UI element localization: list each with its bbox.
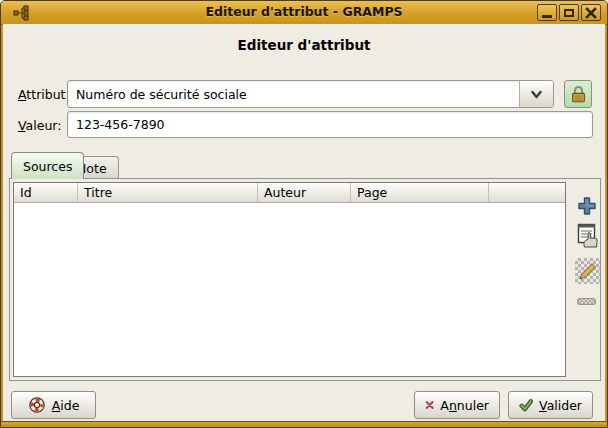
help-button-label: Aide [52,398,80,413]
chevron-down-icon [531,90,542,99]
ok-button-label: Valider [539,398,582,413]
remove-source-button-disabled [577,298,596,305]
column-header-filler [489,183,565,203]
window-bottom-border [1,421,607,427]
close-button[interactable] [581,4,601,21]
maximize-icon [564,9,574,17]
attribute-combobox-value: Numéro de sécurité sociale [76,81,517,107]
help-label-rest: ide [60,398,79,413]
pencil-icon [576,259,599,283]
attribute-combobox-dropdown[interactable] [519,81,553,107]
green-check-icon [519,396,533,414]
column-header-page[interactable]: Page [351,183,489,203]
window-title: Editeur d'attribut - GRAMPS [1,4,607,19]
attribute-combobox[interactable]: Numéro de sécurité sociale [67,80,554,108]
cancel-label-pre: A [440,398,449,413]
maximize-button[interactable] [559,4,579,21]
ok-label-mnemonic: V [539,398,547,413]
tab-sources-label: Sources [23,159,72,174]
red-x-icon [425,397,434,413]
edit-source-button-disabled [575,258,600,284]
attribute-label-rest: ttribut: [26,87,69,102]
titlebar[interactable]: Editeur d'attribut - GRAMPS [1,1,607,25]
column-header-id[interactable]: Id [14,183,78,203]
help-label-mnemonic: A [52,398,61,413]
minimize-button[interactable] [537,4,557,21]
column-header-titre[interactable]: Titre [78,183,258,203]
share-source-button[interactable] [575,222,600,248]
column-header-auteur[interactable]: Auteur [258,183,351,203]
help-button[interactable]: Aide [11,391,96,419]
dialog-window: Editeur d'attribut - GRAMPS Editeur d'at… [0,0,608,428]
value-label-mnemonic: V [18,118,26,133]
lifebuoy-icon [28,396,46,414]
attribute-label: Attribut: [18,87,70,102]
tab-sources[interactable]: Sources [11,152,84,179]
value-input[interactable] [67,111,593,138]
value-label: Valeur: [18,118,61,133]
sources-table[interactable]: Id Titre Auteur Page [13,182,566,377]
cancel-label-mnemonic: n [449,398,457,413]
minimize-icon [542,15,552,18]
page-title: Editeur d'attribut [1,37,607,53]
cancel-button-label: Annuler [440,398,489,413]
private-lock-button[interactable] [564,80,592,108]
value-label-rest: aleur: [26,118,62,133]
cancel-button[interactable]: Annuler [414,391,500,419]
plus-icon [577,196,597,216]
ok-label-rest: alider [547,398,582,413]
add-source-button[interactable] [574,193,600,219]
ok-button[interactable]: Valider [508,391,593,419]
cancel-label-rest: nuler [457,398,489,413]
padlock-icon [571,85,586,103]
sources-table-header: Id Titre Auteur Page [14,183,565,203]
close-icon [585,7,597,19]
pointing-hand-list-icon [576,223,599,248]
